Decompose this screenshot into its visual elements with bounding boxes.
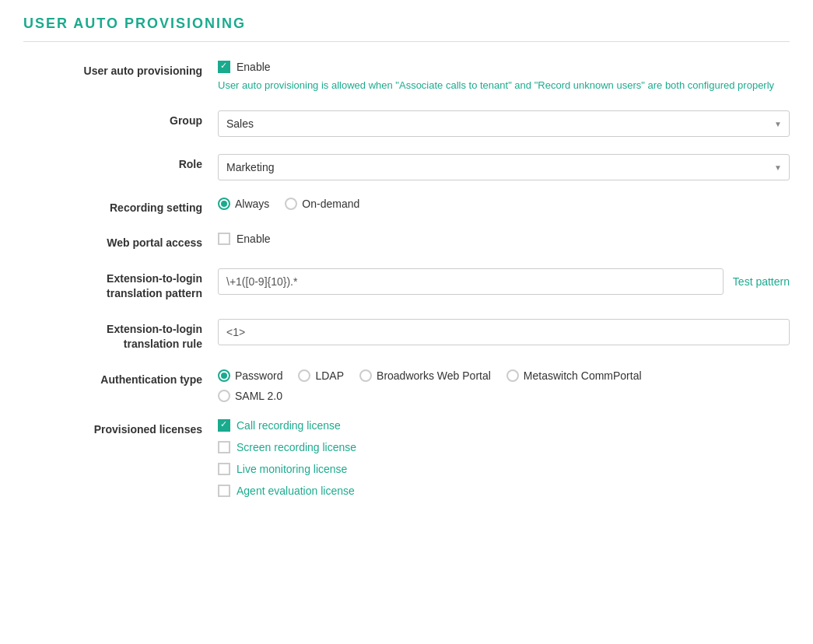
enable-label: Enable <box>237 61 271 73</box>
call-recording-license-item: Call recording license <box>218 419 790 432</box>
user-auto-provisioning-row: User auto provisioning Enable User auto … <box>23 61 790 93</box>
recording-setting-label: Recording setting <box>23 198 218 216</box>
live-monitoring-label: Live monitoring license <box>237 463 347 475</box>
ext-login-rule-input[interactable] <box>218 319 790 345</box>
web-portal-access-row: Web portal access Enable <box>23 233 790 251</box>
auth-type-row: Authentication type Password LDAP Broadw… <box>23 369 790 402</box>
user-auto-provisioning-control: Enable User auto provisioning is allowed… <box>218 61 790 93</box>
role-select[interactable]: Marketing Sales Support <box>218 154 790 180</box>
agent-evaluation-license-item: Agent evaluation license <box>218 485 790 497</box>
auth-metaswitch-label: Metaswitch CommPortal <box>524 369 642 382</box>
enable-checkbox[interactable] <box>218 61 230 73</box>
ext-login-rule-row: Extension-to-login translation rule <box>23 319 790 352</box>
ext-login-pattern-label: Extension-to-login translation pattern <box>23 268 218 302</box>
agent-evaluation-label: Agent evaluation license <box>237 485 355 497</box>
group-select-wrap: Sales Marketing Support <box>218 110 790 137</box>
web-portal-enable-wrap: Enable <box>218 233 790 245</box>
section-divider <box>23 41 790 42</box>
web-portal-access-label: Web portal access <box>23 233 218 251</box>
test-pattern-link[interactable]: Test pattern <box>733 275 790 288</box>
group-select[interactable]: Sales Marketing Support <box>218 110 790 137</box>
auth-ldap-label: LDAP <box>315 369 344 382</box>
role-row: Role Marketing Sales Support <box>23 154 790 180</box>
role-select-wrap: Marketing Sales Support <box>218 154 790 180</box>
recording-always-radio[interactable] <box>218 198 230 210</box>
recording-always-item: Always <box>218 198 269 210</box>
recording-setting-control: Always On-demand <box>218 198 790 210</box>
auth-broadworks-radio[interactable] <box>359 369 372 382</box>
recording-ondemand-label: On-demand <box>302 198 359 210</box>
page-title: USER AUTO PROVISIONING <box>23 16 790 32</box>
screen-recording-label: Screen recording license <box>237 441 356 453</box>
provisioned-licenses-row: Provisioned licenses Call recording lice… <box>23 419 790 506</box>
auth-type-control: Password LDAP Broadworks Web Portal Meta… <box>218 369 790 402</box>
recording-setting-row: Recording setting Always On-demand <box>23 198 790 216</box>
call-recording-label: Call recording license <box>237 419 341 432</box>
user-auto-provisioning-label: User auto provisioning <box>23 61 218 79</box>
auto-provisioning-info: User auto provisioning is allowed when "… <box>218 78 790 93</box>
auth-type-first-row: Password LDAP Broadworks Web Portal Meta… <box>218 369 790 382</box>
ext-login-pattern-input[interactable] <box>218 268 724 295</box>
group-control: Sales Marketing Support <box>218 110 790 137</box>
auth-broadworks-label: Broadworks Web Portal <box>377 369 491 382</box>
role-label: Role <box>23 154 218 173</box>
role-control: Marketing Sales Support <box>218 154 790 180</box>
auth-password-radio[interactable] <box>218 369 230 382</box>
auth-saml-label: SAML 2.0 <box>235 390 282 402</box>
auth-broadworks-item: Broadworks Web Portal <box>359 369 491 382</box>
auth-saml-item: SAML 2.0 <box>218 390 282 402</box>
screen-recording-license-item: Screen recording license <box>218 441 790 453</box>
web-portal-enable-label: Enable <box>237 233 271 245</box>
live-monitoring-checkbox[interactable] <box>218 463 230 475</box>
auth-ldap-item: LDAP <box>298 369 344 382</box>
auth-password-label: Password <box>235 369 282 382</box>
ext-login-rule-label: Extension-to-login translation rule <box>23 319 218 352</box>
auth-metaswitch-item: Metaswitch CommPortal <box>506 369 642 382</box>
ext-login-rule-control <box>218 319 790 345</box>
recording-ondemand-radio[interactable] <box>285 198 297 210</box>
auth-type-second-row: SAML 2.0 <box>218 390 790 402</box>
auth-metaswitch-radio[interactable] <box>506 369 519 382</box>
screen-recording-checkbox[interactable] <box>218 441 230 453</box>
provisioned-licenses-control: Call recording license Screen recording … <box>218 419 790 506</box>
auth-ldap-radio[interactable] <box>298 369 310 382</box>
ext-login-pattern-control: Test pattern <box>218 268 790 295</box>
web-portal-access-control: Enable <box>218 233 790 245</box>
recording-always-label: Always <box>235 198 269 210</box>
group-label: Group <box>23 110 218 129</box>
group-row: Group Sales Marketing Support <box>23 110 790 137</box>
live-monitoring-license-item: Live monitoring license <box>218 463 790 475</box>
provisioned-licenses-label: Provisioned licenses <box>23 419 218 438</box>
web-portal-enable-checkbox[interactable] <box>218 233 230 245</box>
recording-ondemand-item: On-demand <box>285 198 359 210</box>
ext-login-pattern-row: Extension-to-login translation pattern T… <box>23 268 790 302</box>
call-recording-checkbox[interactable] <box>218 419 230 432</box>
pattern-row: Test pattern <box>218 268 790 295</box>
auth-password-item: Password <box>218 369 282 382</box>
agent-evaluation-checkbox[interactable] <box>218 485 230 497</box>
auth-type-label: Authentication type <box>23 369 218 388</box>
auth-saml-radio[interactable] <box>218 390 230 402</box>
recording-setting-group: Always On-demand <box>218 198 790 210</box>
enable-checkbox-wrap: Enable <box>218 61 790 73</box>
